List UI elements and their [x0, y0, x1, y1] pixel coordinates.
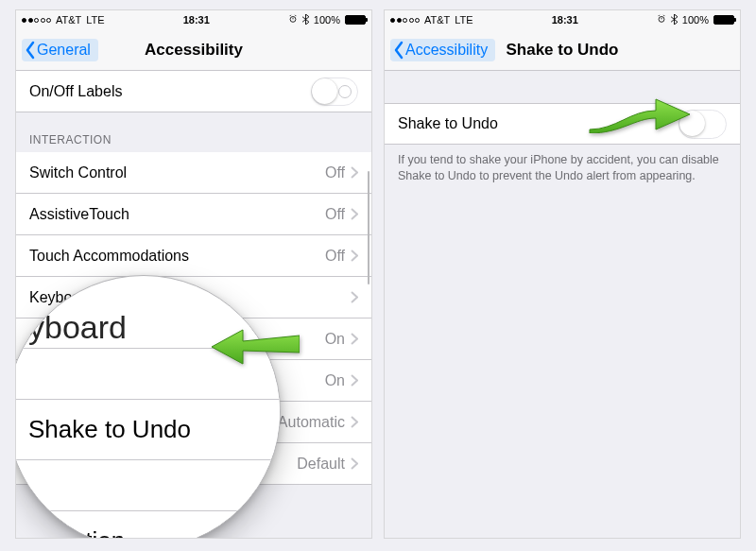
cell-label: Touch Accommodations [29, 248, 325, 265]
svg-line-6 [659, 15, 660, 16]
chevron-left-icon [392, 41, 405, 60]
chevron-right-icon [351, 291, 358, 303]
chevron-right-icon [351, 208, 358, 220]
signal-strength-icon [22, 18, 51, 23]
svg-line-3 [295, 15, 296, 16]
chevron-right-icon [351, 416, 358, 428]
back-button-label: Accessibility [405, 42, 488, 59]
svg-line-2 [290, 15, 291, 16]
section-footer: If you tend to shake your iPhone by acci… [385, 145, 740, 184]
back-button[interactable]: Accessibility [390, 39, 495, 61]
chevron-right-icon [351, 166, 358, 179]
switch-control-cell[interactable]: Switch Control Off [16, 152, 371, 194]
cell-label: AssistiveTouch [29, 206, 325, 223]
cell-value: On [325, 372, 345, 389]
battery-icon [345, 15, 366, 25]
bluetooth-icon [671, 14, 678, 26]
battery-pct-label: 100% [682, 14, 709, 26]
cell-value: Default [297, 456, 345, 473]
cell-value: Off [325, 206, 345, 223]
magnifier-row-shake: Shake to Undo [15, 399, 280, 459]
cell-value: Off [325, 248, 345, 265]
status-bar: AT&T LTE 18:31 100% [16, 10, 371, 29]
cell-value: Automatic [278, 414, 345, 431]
cell-value: On [325, 331, 345, 348]
callout-arrow-icon [210, 324, 300, 366]
chevron-left-icon [24, 41, 37, 60]
alarm-icon [288, 14, 298, 26]
carrier-label: AT&T [56, 14, 81, 26]
battery-icon [713, 15, 734, 25]
back-button[interactable]: General [22, 39, 98, 61]
callout-arrow-icon [588, 92, 692, 133]
magnifier-row-vibration: Vibration [15, 510, 280, 539]
chevron-right-icon [351, 250, 358, 262]
section-header: INTERACTION [16, 112, 371, 152]
touch-accommodations-cell[interactable]: Touch Accommodations Off [16, 235, 371, 277]
chevron-right-icon [351, 374, 358, 387]
assistivetouch-cell[interactable]: AssistiveTouch Off [16, 194, 371, 235]
cell-label: On/Off Labels [29, 83, 311, 100]
network-label: LTE [86, 14, 104, 26]
network-label: LTE [455, 14, 472, 26]
carrier-label: AT&T [424, 14, 450, 26]
nav-bar: General Accessibility [16, 29, 371, 71]
clock-label: 18:31 [183, 14, 210, 26]
cell-label: Switch Control [29, 164, 325, 181]
status-bar: AT&T LTE 18:31 100% [385, 10, 740, 29]
magnifier-callout: yboard Shake to Undo Vibration [15, 275, 281, 539]
clock-label: 18:31 [552, 14, 578, 26]
left-screenshot: AT&T LTE 18:31 100% General Accessibilit… [15, 9, 372, 539]
chevron-right-icon [351, 457, 358, 470]
back-button-label: General [37, 42, 91, 59]
onoff-labels-toggle[interactable] [311, 77, 358, 106]
signal-strength-icon [390, 18, 420, 23]
right-screenshot: AT&T LTE 18:31 100% Accessibility Shake … [384, 9, 741, 539]
svg-line-7 [663, 15, 664, 16]
cell-value: Off [325, 164, 345, 181]
alarm-icon [657, 14, 666, 26]
onoff-labels-cell[interactable]: On/Off Labels [16, 71, 371, 112]
battery-pct-label: 100% [314, 14, 340, 26]
chevron-right-icon [351, 333, 358, 345]
magnifier-spacer [15, 459, 280, 510]
bluetooth-icon [302, 14, 309, 26]
nav-bar: Accessibility Shake to Undo [385, 29, 740, 71]
scrollbar-indicator[interactable] [368, 171, 369, 284]
